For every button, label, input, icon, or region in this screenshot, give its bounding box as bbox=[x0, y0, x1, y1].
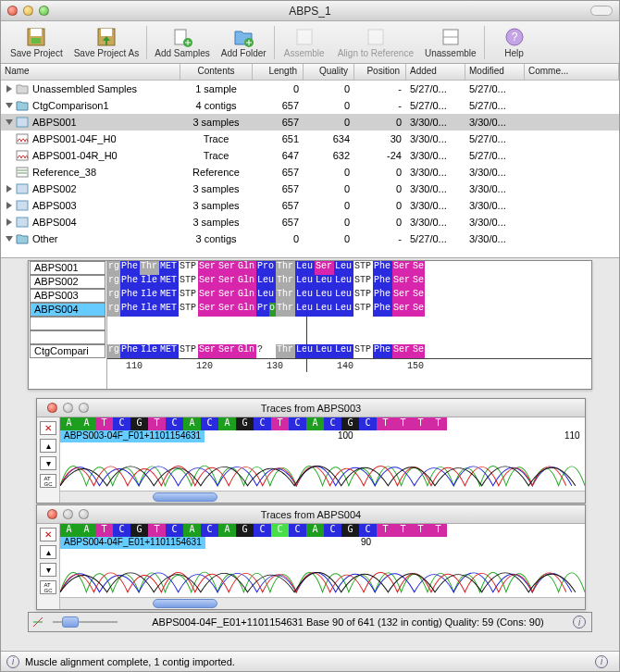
col-quality[interactable]: Quality bbox=[304, 64, 354, 80]
nucleotide[interactable]: C bbox=[166, 417, 183, 430]
nucleotide[interactable]: A bbox=[306, 524, 324, 537]
nucleotide[interactable]: T bbox=[429, 417, 447, 430]
nucleotide[interactable]: A bbox=[218, 524, 236, 537]
nucleotide[interactable]: C bbox=[289, 524, 306, 537]
nucleotide[interactable]: A bbox=[78, 417, 95, 430]
nucleotide[interactable]: C bbox=[359, 524, 377, 537]
nucleotide[interactable]: C bbox=[324, 524, 341, 537]
zoom-slider[interactable] bbox=[53, 616, 118, 628]
table-row[interactable]: ABPS001-04R_H0Trace647632-243/30/0...5/2… bbox=[1, 147, 619, 164]
nucleotide[interactable]: T bbox=[95, 524, 113, 537]
nucleotide[interactable]: G bbox=[236, 417, 254, 430]
nucleotide[interactable]: A bbox=[60, 417, 78, 430]
nucleotide[interactable]: C bbox=[254, 524, 271, 537]
nucleotide[interactable]: C bbox=[201, 417, 218, 430]
consensus-label[interactable]: CtgCompari bbox=[30, 344, 105, 358]
project-tree-table[interactable]: Name Contents Length Quality Position Ad… bbox=[1, 64, 619, 258]
info-icon[interactable]: i bbox=[573, 616, 586, 628]
unassemble-button[interactable]: Unassemble bbox=[419, 23, 482, 61]
info-icon[interactable]: i bbox=[595, 655, 608, 668]
nav-graph-icon[interactable] bbox=[29, 614, 47, 630]
disclosure-triangle-icon[interactable] bbox=[5, 201, 14, 210]
alignment-label[interactable]: ABPS001 bbox=[30, 261, 105, 275]
nucleotide[interactable]: T bbox=[148, 524, 166, 537]
table-row[interactable]: ABPS0043 samples657003/30/0...3/30/0... bbox=[1, 214, 619, 230]
nucleotide[interactable]: C bbox=[201, 524, 218, 537]
nucleotide[interactable]: T bbox=[377, 417, 394, 430]
trace-bases-button[interactable]: ATGC bbox=[40, 474, 56, 488]
scrollbar-thumb[interactable] bbox=[153, 492, 217, 502]
trace-up-button[interactable]: ▴ bbox=[40, 545, 56, 559]
nucleotide[interactable]: T bbox=[394, 524, 412, 537]
alignment-sequences[interactable]: rgPheThrMETSTPSerSerGlnProThrLeuSerLeuST… bbox=[107, 261, 591, 389]
col-name[interactable]: Name bbox=[1, 64, 180, 80]
col-added[interactable]: Added bbox=[406, 64, 465, 80]
nucleotide[interactable]: A bbox=[60, 524, 78, 537]
nucleotide[interactable]: C bbox=[324, 417, 341, 430]
nucleotide[interactable]: G bbox=[341, 417, 359, 430]
nucleotide[interactable]: G bbox=[341, 524, 359, 537]
nucleotide[interactable]: T bbox=[271, 417, 289, 430]
add-samples-button[interactable]: Add Samples bbox=[149, 23, 215, 61]
nucleotide[interactable]: A bbox=[306, 417, 324, 430]
trace-chromatogram[interactable]: AATCGTCACAGCCCACGCTTTT ABPS004-04F_E01+1… bbox=[60, 524, 585, 609]
nucleotide[interactable]: T bbox=[412, 524, 429, 537]
nucleotide[interactable]: A bbox=[218, 417, 236, 430]
disclosure-triangle-icon[interactable] bbox=[5, 234, 14, 243]
nucleotide[interactable]: C bbox=[113, 524, 130, 537]
nucleotide[interactable]: C bbox=[359, 417, 377, 430]
nucleotide[interactable]: T bbox=[148, 417, 166, 430]
alignment-cursor[interactable] bbox=[306, 261, 307, 372]
traces-window-abps003[interactable]: Traces from ABPS003 ✕ ▴ ▾ ATGC AATCGTCAC… bbox=[36, 398, 586, 504]
nucleotide[interactable]: T bbox=[429, 524, 447, 537]
alignment-pane[interactable]: ABPS001ABPS002ABPS003ABPS004CtgCompari r… bbox=[28, 260, 592, 390]
alignment-label[interactable]: ABPS004 bbox=[30, 303, 105, 317]
col-length[interactable]: Length bbox=[253, 64, 304, 80]
zoom-thumb[interactable] bbox=[62, 616, 79, 628]
nucleotide[interactable]: T bbox=[394, 417, 412, 430]
nucleotide[interactable]: G bbox=[236, 524, 254, 537]
help-button[interactable]: ? Help bbox=[487, 23, 542, 61]
disclosure-triangle-icon[interactable] bbox=[5, 184, 14, 193]
disclosure-triangle-icon[interactable] bbox=[5, 84, 14, 93]
trace-down-button[interactable]: ▾ bbox=[40, 563, 56, 577]
col-comments[interactable]: Comme... bbox=[525, 64, 619, 80]
trace-remove-button[interactable]: ✕ bbox=[40, 528, 56, 541]
save-project-as-button[interactable]: Save Project As bbox=[68, 23, 145, 61]
table-row[interactable]: ABPS001-04F_H0Trace651634303/30/0...5/27… bbox=[1, 131, 619, 147]
nucleotide[interactable]: T bbox=[412, 417, 429, 430]
table-row[interactable]: Reference_38Reference657003/30/0...3/30/… bbox=[1, 164, 619, 180]
save-project-button[interactable]: Save Project bbox=[5, 23, 68, 61]
nucleotide[interactable]: C bbox=[113, 417, 130, 430]
table-row[interactable]: ABPS0033 samples657003/30/0...3/30/0... bbox=[1, 197, 619, 214]
add-folder-button[interactable]: Add Folder bbox=[216, 23, 272, 61]
disclosure-triangle-icon[interactable] bbox=[5, 101, 14, 110]
nucleotide[interactable]: G bbox=[130, 417, 148, 430]
nucleotide[interactable]: C bbox=[166, 524, 183, 537]
col-position[interactable]: Position bbox=[354, 64, 406, 80]
col-contents[interactable]: Contents bbox=[180, 64, 253, 80]
trace-chromatogram[interactable]: AATCGTCACAGCTCACGCTTTT ABPS003-04F_F01+1… bbox=[60, 417, 585, 503]
scrollbar-thumb[interactable] bbox=[153, 599, 217, 608]
disclosure-triangle-icon[interactable] bbox=[5, 118, 14, 127]
alignment-label[interactable]: ABPS003 bbox=[30, 289, 105, 303]
nucleotide[interactable]: C bbox=[289, 417, 306, 430]
trace-up-button[interactable]: ▴ bbox=[40, 439, 56, 453]
traces-window-abps004[interactable]: Traces from ABPS004 ✕ ▴ ▾ ATGC AATCGTCAC… bbox=[36, 504, 586, 610]
table-row[interactable]: ABPS0013 samples657003/30/0...3/30/0... bbox=[1, 114, 619, 131]
nucleotide[interactable]: C bbox=[254, 417, 271, 430]
col-modified[interactable]: Modified bbox=[465, 64, 525, 80]
nucleotide[interactable]: A bbox=[183, 417, 201, 430]
table-row[interactable]: Other3 contigs00-5/27/0...3/30/0... bbox=[1, 230, 619, 247]
table-row[interactable]: Unassembled Samples1 sample00-5/27/0...5… bbox=[1, 81, 619, 97]
nucleotide[interactable]: C bbox=[271, 524, 289, 537]
nucleotide[interactable]: T bbox=[95, 417, 113, 430]
trace-bases-button[interactable]: ATGC bbox=[40, 580, 56, 594]
table-row[interactable]: ABPS0023 samples657003/30/0...3/30/0... bbox=[1, 180, 619, 197]
disclosure-triangle-icon[interactable] bbox=[5, 218, 14, 227]
close-icon[interactable] bbox=[47, 403, 57, 413]
nucleotide[interactable]: A bbox=[183, 524, 201, 537]
alignment-label[interactable]: ABPS002 bbox=[30, 275, 105, 289]
trace-down-button[interactable]: ▾ bbox=[40, 456, 56, 470]
nucleotide[interactable]: A bbox=[78, 524, 95, 537]
